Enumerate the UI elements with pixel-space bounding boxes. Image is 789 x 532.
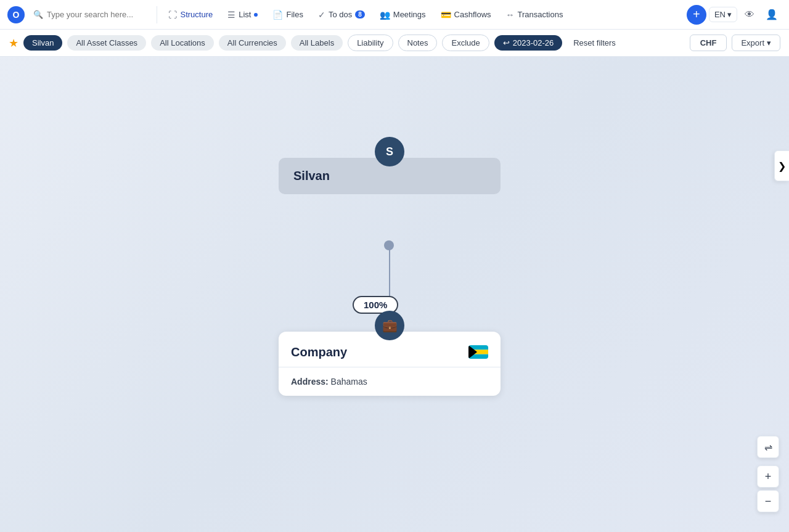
eye-button[interactable]: 👁 <box>740 5 759 25</box>
structure-canvas: S Silvan 100% 💼 Company <box>0 57 789 532</box>
nav-divider <box>157 6 157 23</box>
star-button[interactable]: ★ <box>9 36 18 50</box>
language-selector[interactable]: EN ▾ <box>709 7 737 22</box>
files-icon: 📄 <box>272 10 283 20</box>
nav-item-cashflows[interactable]: 💳 Cashflows <box>435 7 497 22</box>
company-card[interactable]: Company Address: Bahamas <box>279 332 501 396</box>
country-flag <box>468 345 488 359</box>
nav-item-meetings[interactable]: 👥 Meetings <box>374 7 432 22</box>
list-dot <box>254 13 258 17</box>
zoom-controls: ⇌ + − <box>757 436 779 512</box>
filter-bar: ★ Silvan All Asset Classes All Locations… <box>0 30 789 57</box>
eye-icon: 👁 <box>745 9 754 20</box>
reset-filters-button[interactable]: Reset filters <box>567 35 622 51</box>
currency-button[interactable]: CHF <box>690 35 727 51</box>
meetings-icon: 👥 <box>380 10 390 20</box>
filter-liability[interactable]: Liability <box>348 35 393 51</box>
user-icon: 👤 <box>766 9 778 20</box>
minus-icon: − <box>765 495 772 508</box>
filter-labels[interactable]: All Labels <box>291 35 343 51</box>
filter-currencies[interactable]: All Currencies <box>219 35 286 51</box>
chevron-down-icon: ▾ <box>727 10 732 19</box>
zoom-out-button[interactable]: − <box>757 490 779 512</box>
transactions-icon: ↔ <box>506 10 515 20</box>
filter-notes[interactable]: Notes <box>398 35 438 51</box>
connector-dot <box>384 240 394 250</box>
collapse-panel-button[interactable]: ❯ <box>774 150 789 181</box>
filter-control-button[interactable]: ⇌ <box>757 436 779 458</box>
plus-icon: + <box>765 470 772 483</box>
silvan-name: Silvan <box>293 169 330 182</box>
todos-badge: 8 <box>355 10 365 18</box>
chevron-left-icon: ❯ <box>778 160 786 172</box>
filter-asset-classes[interactable]: All Asset Classes <box>67 35 146 51</box>
zoom-in-button[interactable]: + <box>757 465 779 488</box>
company-card-body: Address: Bahamas <box>279 367 501 396</box>
date-reset-icon: ↩ <box>503 38 510 47</box>
company-avatar: 💼 <box>375 311 404 340</box>
cashflows-icon: 💳 <box>441 10 451 20</box>
todos-icon: ✓ <box>318 10 325 20</box>
structure-icon: ⛶ <box>168 10 177 20</box>
list-icon: ☰ <box>227 10 235 20</box>
silvan-avatar: S <box>375 137 404 166</box>
company-address: Address: Bahamas <box>291 377 367 387</box>
add-button[interactable]: + <box>687 5 706 25</box>
nav-item-todos[interactable]: ✓ To dos 8 <box>312 7 371 22</box>
top-navbar: O 🔍 ⛶ Structure ☰ List 📄 Files ✓ To dos … <box>0 0 789 30</box>
export-button[interactable]: Export ▾ <box>732 35 780 51</box>
filter-adjust-icon: ⇌ <box>764 441 772 453</box>
search-icon: 🔍 <box>33 10 43 19</box>
filter-silvan[interactable]: Silvan <box>23 35 62 51</box>
nav-item-list[interactable]: ☰ List <box>221 7 264 22</box>
nav-item-transactions[interactable]: ↔ Transactions <box>500 7 570 22</box>
filter-locations[interactable]: All Locations <box>151 35 214 51</box>
search-input[interactable] <box>47 10 133 19</box>
nav-item-files[interactable]: 📄 Files <box>266 7 309 22</box>
export-chevron-icon: ▾ <box>767 38 771 47</box>
filter-exclude[interactable]: Exclude <box>442 35 489 51</box>
search-area[interactable]: 🔍 <box>27 10 152 19</box>
silvan-node[interactable]: S Silvan <box>279 137 501 194</box>
filter-date[interactable]: ↩ 2023-02-26 <box>494 35 563 51</box>
user-button[interactable]: 👤 <box>762 5 782 25</box>
company-icon: 💼 <box>382 318 398 333</box>
company-node[interactable]: 💼 Company Address: Bahamas <box>279 311 501 396</box>
app-logo[interactable]: O <box>7 6 25 23</box>
company-name: Company <box>291 345 347 359</box>
nav-item-structure[interactable]: ⛶ Structure <box>162 7 219 22</box>
